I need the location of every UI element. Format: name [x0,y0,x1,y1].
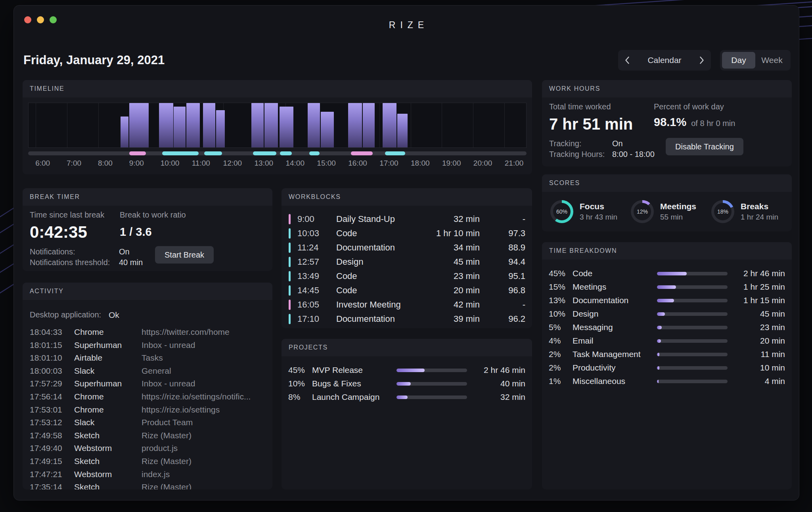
workblock-category-marker [289,243,291,253]
activity-detail: index.js [142,470,265,479]
breakdown-percent: 10% [549,309,573,319]
timeline-axis-label: 15:00 [317,159,336,168]
breakdown-row: 15% Meetings 1 hr 25 min [549,280,785,294]
activity-time: 17:53:12 [30,418,74,427]
timeline-axis-label: 11:00 [192,159,210,168]
workblock-name: Investor Meeting [336,300,412,310]
score-percent: 18% [717,208,728,215]
activity-panel-header: ACTIVITY [23,283,272,300]
workblock-score: 94.4 [480,257,525,267]
breakdown-duration: 23 min [728,323,785,332]
timeline-axis-label: 18:00 [411,159,430,168]
break-timer-title: BREAK TIMER [30,193,80,201]
tracking-label: Tracking: [549,138,612,149]
start-break-button[interactable]: Start Break [155,246,214,264]
breakdown-row: 4% Email 20 min [549,334,785,348]
chevron-right-icon[interactable] [699,56,704,64]
activity-detail: Rize (Master) [142,457,265,466]
since-break-label: Time since last break [30,210,120,220]
breakdown-row: 2% Productivity 10 min [549,361,785,374]
workblock-duration: 32 min [412,214,480,224]
breakdown-bar-fill [657,285,676,289]
desktop-app-label: Desktop application: [30,310,109,320]
project-bar-track [396,369,467,372]
workblock-score: - [480,214,525,224]
breakdown-bar-fill [657,339,661,343]
workblock-row: 13:49 Code 23 min 95.1 [289,269,525,283]
workblock-row: 12:57 Design 45 min 94.4 [289,255,525,269]
breakdown-bar-track [657,339,728,343]
activity-app: Sketch [74,482,142,489]
breakdown-duration: 1 hr 25 min [728,282,785,292]
chevron-left-icon[interactable] [625,56,630,64]
timeline-axis-label: 6:00 [35,159,50,168]
project-percent: 10% [288,379,312,388]
breakdown-bar-fill [657,272,687,275]
activity-row: 18:01:15 Superhuman Inbox - unread [30,340,265,353]
calendar-label[interactable]: Calendar [647,55,681,65]
breakdown-row: 10% Design 45 min [549,307,785,321]
timeline-axis-label: 16:00 [348,159,367,168]
breakdown-bar-track [657,312,728,316]
breakdown-category: Documentation [573,296,657,305]
workblock-score: 88.9 [480,243,525,253]
activity-time: 17:53:01 [30,405,74,415]
activity-detail: General [142,366,265,376]
breakdown-row: 13% Documentation 1 hr 15 min [549,294,785,307]
workblock-score: - [480,300,525,310]
activity-row: 17:49:58 Sketch Rize (Master) [30,431,265,444]
breakdown-category: Task Management [573,350,657,359]
breakdown-bar-track [657,353,728,356]
timeline-workblock-segment [162,151,199,155]
activity-time: 17:56:14 [30,392,74,401]
score-name: Meetings [660,202,696,211]
workblock-name: Code [336,271,412,281]
project-percent: 45% [288,365,312,375]
timeline-bar [264,103,278,147]
break-ratio-label: Break to work ratio [120,210,186,220]
timeline-workblock-segment [204,151,222,155]
projects-title: PROJECTS [289,344,328,351]
breakdown-percent: 13% [549,296,573,305]
tab-day[interactable]: Day [722,52,755,69]
activity-time: 17:35:14 [30,482,74,489]
workblock-row: 14:45 Code 20 min 96.8 [289,283,525,298]
tab-week[interactable]: Week [755,52,789,69]
score-name: Breaks [741,202,778,211]
breakdown-duration: 1 hr 15 min [728,296,785,305]
workblock-score: 96.8 [480,285,525,296]
breakdown-bar-fill [657,312,665,316]
activity-detail: Rize (Master) [142,431,265,440]
timeline-bar [251,103,264,147]
percent-workday-label: Percent of work day [654,102,735,111]
breakdown-percent: 2% [549,350,573,359]
timeline-chart [28,103,527,148]
workblock-time: 13:49 [297,271,336,281]
workblock-score: 96.2 [480,314,525,324]
timeline-bar [174,107,186,147]
breakdown-bar-track [657,380,728,383]
tracking-info: Tracking: On Tracking Hours: 8:00 - 18:0… [549,138,655,160]
score-duration: 55 min [660,213,696,222]
score-item: 18% Breaks 1 hr 24 min [711,200,792,223]
activity-row: 17:57:29 Superhuman Inbox - unread [30,379,265,392]
timeline-panel: TIMELINE [23,80,532,174]
workblock-time: 17:10 [297,314,336,324]
score-duration: 1 hr 24 min [741,213,778,222]
workblock-time: 16:05 [297,300,336,310]
timeline-bar [321,112,334,147]
project-row: 45% MVP Release 2 hr 46 min [288,363,525,377]
disable-tracking-button[interactable]: Disable Tracking [666,138,743,155]
timeline-workblock-segment [129,151,146,155]
activity-time: 18:00:03 [30,366,74,376]
scores-body: 60% Focus 3 hr 43 min 12% Meetings 55 mi… [550,192,792,231]
workblocks-panel: WORKBLOCKS 9:00 Daily Stand-Up 32 min - … [282,188,532,328]
breakdown-percent: 5% [549,323,573,332]
project-name: Bugs & Fixes [312,379,396,388]
total-time-value: 7 hr 51 min [549,115,654,133]
workblock-category-marker [289,300,291,310]
workblock-duration: 1 hr 10 min [412,228,480,239]
project-bar-fill [396,382,411,386]
timeline-axis-label: 10:00 [161,159,180,168]
project-duration: 40 min [467,379,525,388]
